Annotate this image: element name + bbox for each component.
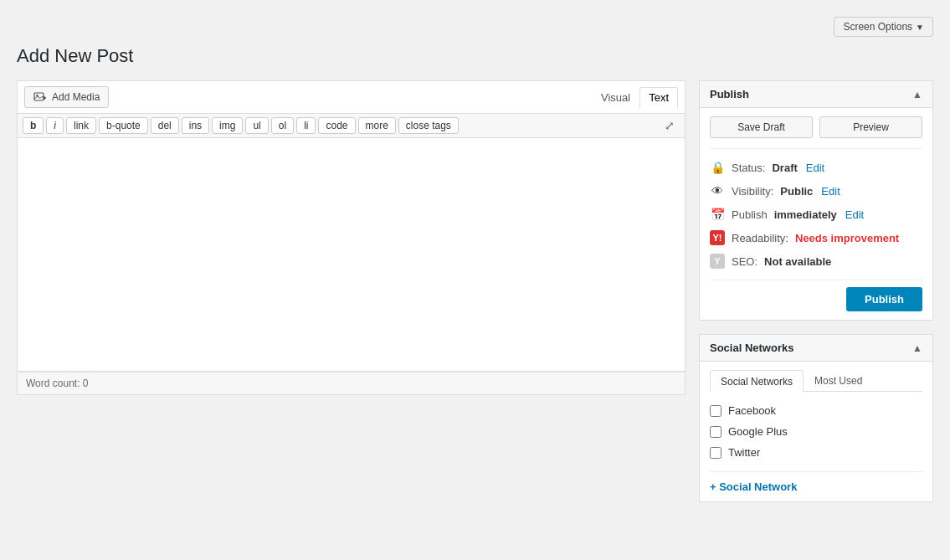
editor-body[interactable] (17, 137, 686, 372)
seo-label: SEO: (732, 255, 757, 268)
fmt-btn-b-quote[interactable]: b-quote (99, 117, 148, 134)
seo-icon: Y (710, 254, 725, 269)
readability-icon: Y! (710, 230, 725, 245)
list-item: Twitter (710, 442, 922, 463)
fmt-btn-code[interactable]: code (318, 117, 355, 134)
status-row: 🔒 Status: Draft Edit (710, 156, 922, 179)
tab-visual[interactable]: Visual (592, 87, 639, 108)
social-networks-panel-toggle[interactable]: ▲ (912, 342, 922, 354)
visibility-row: 👁 Visibility: Public Edit (710, 179, 922, 203)
add-media-icon (33, 90, 47, 104)
status-value: Draft (772, 162, 797, 174)
editor-footer: Word count: 0 (17, 372, 686, 395)
publish-time-label: Publish (732, 208, 768, 221)
readability-row: Y! Readability: Needs improvement (710, 226, 922, 249)
fmt-btn-ul[interactable]: ul (245, 117, 268, 134)
fmt-btn-more[interactable]: more (358, 117, 396, 134)
screen-options-button[interactable]: Screen Options ▼ (834, 17, 933, 37)
fmt-btn-link[interactable]: link (66, 117, 96, 134)
format-buttons: b i link b-quote del ins img ul ol li co… (23, 117, 459, 134)
calendar-icon: 📅 (710, 207, 725, 222)
publish-panel-title: Publish (710, 88, 749, 100)
screen-options-label: Screen Options (843, 21, 912, 33)
status-edit-link[interactable]: Edit (806, 162, 824, 174)
facebook-checkbox[interactable] (710, 405, 721, 417)
seo-value: Not available (764, 255, 831, 268)
tab-most-used[interactable]: Most Used (804, 370, 873, 391)
publish-time-row: 📅 Publish immediately Edit (710, 203, 922, 226)
tab-social-networks[interactable]: Social Networks (710, 370, 804, 392)
facebook-label: Facebook (728, 404, 776, 417)
publish-panel-toggle[interactable]: ▲ (912, 89, 922, 100)
status-icon: 🔒 (710, 160, 725, 175)
google-plus-checkbox[interactable] (710, 426, 721, 438)
fmt-btn-img[interactable]: img (212, 117, 243, 134)
twitter-checkbox[interactable] (710, 447, 721, 459)
add-media-button[interactable]: Add Media (24, 86, 109, 108)
publish-panel: Publish ▲ Save Draft Preview 🔒 Status: D… (699, 80, 933, 321)
expand-editor-button[interactable]: ⤢ (660, 117, 680, 134)
word-count-label: Word count: (26, 378, 80, 389)
fmt-btn-i[interactable]: i (46, 117, 64, 134)
publish-panel-body: Save Draft Preview 🔒 Status: Draft Edit … (700, 108, 932, 320)
publish-actions: Save Draft Preview (710, 116, 922, 138)
social-networks-panel-title: Social Networks (710, 342, 793, 354)
twitter-label: Twitter (728, 446, 760, 459)
readability-value: Needs improvement (795, 232, 899, 244)
readability-label: Readability: (732, 232, 788, 244)
publish-time-value: immediately (774, 208, 837, 221)
google-plus-label: Google Plus (728, 425, 788, 438)
editor-top-toolbar: Add Media Visual Text (17, 80, 686, 113)
list-item: Facebook (710, 400, 922, 421)
fmt-btn-li[interactable]: li (296, 117, 316, 134)
visibility-edit-link[interactable]: Edit (821, 185, 840, 198)
publish-panel-header: Publish ▲ (700, 81, 932, 108)
publish-time-edit-link[interactable]: Edit (845, 208, 864, 221)
visibility-icon: 👁 (710, 183, 725, 198)
social-network-list: Facebook Google Plus Twitter (710, 400, 922, 463)
social-networks-panel-header: Social Networks ▲ (700, 335, 932, 362)
add-social-network-link[interactable]: + Social Network (710, 471, 922, 493)
list-item: Google Plus (710, 421, 922, 442)
fmt-btn-b[interactable]: b (23, 117, 44, 134)
status-label: Status: (732, 162, 765, 174)
save-draft-button[interactable]: Save Draft (710, 116, 813, 138)
format-toolbar: b i link b-quote del ins img ul ol li co… (17, 113, 686, 137)
fmt-btn-close-tags[interactable]: close tags (398, 117, 459, 134)
editor-column: Add Media Visual Text b i link b-quote d… (17, 80, 686, 395)
tab-text[interactable]: Text (639, 87, 678, 109)
visibility-value: Public (780, 185, 813, 198)
sidebar: Publish ▲ Save Draft Preview 🔒 Status: D… (699, 80, 933, 516)
social-networks-panel: Social Networks ▲ Social Networks Most U… (699, 334, 933, 502)
seo-row: Y SEO: Not available (710, 249, 922, 273)
fmt-btn-ol[interactable]: ol (271, 117, 294, 134)
chevron-down-icon: ▼ (916, 23, 924, 32)
publish-btn-row: Publish (710, 280, 922, 311)
page-title: Add New Post (17, 45, 933, 67)
publish-meta: 🔒 Status: Draft Edit 👁 Visibility: Publi… (710, 148, 922, 273)
visibility-label: Visibility: (732, 185, 773, 198)
word-count-value: 0 (83, 378, 89, 389)
fmt-btn-del[interactable]: del (151, 117, 179, 134)
social-tabs: Social Networks Most Used (710, 370, 922, 392)
social-networks-panel-body: Social Networks Most Used Facebook Googl… (700, 362, 932, 501)
view-tabs: Visual Text (592, 87, 678, 108)
publish-button[interactable]: Publish (846, 287, 922, 311)
add-media-label: Add Media (52, 91, 100, 103)
preview-button[interactable]: Preview (819, 116, 922, 138)
fmt-btn-ins[interactable]: ins (182, 117, 209, 134)
